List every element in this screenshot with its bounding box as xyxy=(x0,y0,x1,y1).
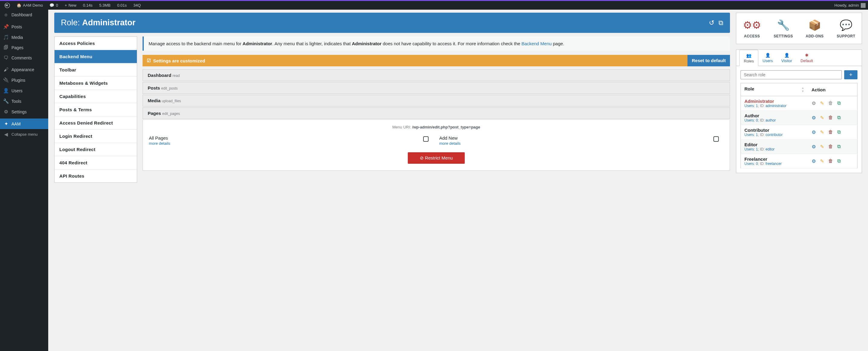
sidebar-media[interactable]: 🎵Media xyxy=(0,32,48,42)
clone-icon[interactable]: ⧉ xyxy=(837,144,841,150)
sliders-icon: ⚙ xyxy=(3,109,9,115)
delete-icon[interactable]: 🗑 xyxy=(828,129,833,135)
info-box: Manage access to the backend main menu f… xyxy=(143,36,730,51)
restrict-menu-button[interactable]: ⊘ Restrict Menu xyxy=(408,152,465,164)
dashboard-icon: ⌾ xyxy=(3,12,9,18)
feature-api-routes[interactable]: API Routes xyxy=(55,170,137,182)
stat-time[interactable]: 0.14s xyxy=(81,1,95,10)
clone-icon[interactable]: ⧉ xyxy=(837,115,841,121)
admin-sidebar: ⌾Dashboard 📌Posts 🎵Media 🗐Pages 🗨Comment… xyxy=(0,10,48,351)
clone-icon[interactable]: ⧉ xyxy=(837,129,841,135)
sidebar-appearance[interactable]: 🖌Appearance xyxy=(0,64,48,75)
sidebar-comments[interactable]: 🗨Comments xyxy=(0,53,48,63)
reset-icon[interactable]: ↺ xyxy=(709,19,714,27)
feature-toolbar[interactable]: Toolbar xyxy=(55,63,137,77)
delete-icon[interactable]: 🗑 xyxy=(828,158,833,164)
manage-icon[interactable]: ⚙ xyxy=(812,100,816,106)
col-action: Action xyxy=(808,83,858,96)
stat-mem[interactable]: 5.3MB xyxy=(97,1,113,10)
feature-backend-menu[interactable]: Backend Menu xyxy=(55,50,137,63)
manage-icon[interactable]: ⚙ xyxy=(812,115,816,121)
role-name[interactable]: Author xyxy=(744,113,804,118)
menu-item-posts[interactable]: Postsedit_posts xyxy=(143,82,730,93)
collapse-menu[interactable]: ◀Collapse menu xyxy=(0,129,48,140)
restrict-checkbox[interactable] xyxy=(423,136,429,142)
menu-item-dashboard[interactable]: Dashboardread xyxy=(143,70,730,81)
wrench-icon: 🔧 xyxy=(3,98,9,104)
feature-logout-redirect[interactable]: Logout Redirect xyxy=(55,143,137,156)
new-content[interactable]: + New xyxy=(63,1,79,10)
account-menu[interactable]: Howdy, admin xyxy=(835,3,866,8)
edit-icon[interactable]: ✎ xyxy=(820,100,824,106)
search-role-input[interactable] xyxy=(741,70,842,79)
plugin-icon: 🔌 xyxy=(3,77,9,83)
page-icon: 🗐 xyxy=(3,45,9,50)
site-name[interactable]: 🏠 AAM Demo xyxy=(14,1,45,10)
tile-access[interactable]: ⚙⚙ACCESS xyxy=(736,13,768,44)
sidebar-tools[interactable]: 🔧Tools xyxy=(0,96,48,107)
manage-icon[interactable]: ⚙ xyxy=(812,144,816,150)
sidebar-aam[interactable]: ✦AAM xyxy=(0,118,48,129)
role-name[interactable]: Editor xyxy=(744,142,804,147)
stat-queries[interactable]: 34Q xyxy=(131,1,143,10)
tab-visitor[interactable]: 👤Visitor xyxy=(777,50,796,66)
sidebar-settings[interactable]: ⚙Settings xyxy=(0,107,48,117)
reset-button[interactable]: Reset to default xyxy=(687,55,730,66)
feature-access-policies[interactable]: Access Policies xyxy=(55,37,137,50)
avatar xyxy=(861,3,866,8)
sidebar-posts[interactable]: 📌Posts xyxy=(0,21,48,32)
tile-add-ons[interactable]: 📦ADD-ONS xyxy=(799,13,830,44)
feature-metaboxes[interactable]: Metaboxes & Widgets xyxy=(55,77,137,90)
clone-icon[interactable]: ⧉ xyxy=(837,158,841,164)
feature-login-redirect[interactable]: Login Redirect xyxy=(55,130,137,143)
edit-icon[interactable]: ✎ xyxy=(820,144,824,150)
edit-icon[interactable]: ✎ xyxy=(820,115,824,121)
feature-404-redirect[interactable]: 404 Redirect xyxy=(55,156,137,170)
subject-header: Role: Administrator ↺ ⧉ xyxy=(54,13,730,33)
header-role: Administrator xyxy=(82,18,135,27)
stat-db[interactable]: 0.01s xyxy=(115,1,129,10)
edit-icon[interactable]: ✎ xyxy=(820,158,824,164)
edit-icon[interactable]: ✎ xyxy=(820,129,824,135)
add-role-button[interactable]: + xyxy=(844,70,858,79)
aam-icon: ✦ xyxy=(3,121,9,127)
comments-count[interactable]: 💬 0 xyxy=(47,1,60,10)
sidebar-pages[interactable]: 🗐Pages xyxy=(0,42,48,53)
manage-icon[interactable]: ⚙ xyxy=(812,129,816,135)
manage-icon[interactable]: ⚙ xyxy=(812,158,816,164)
wp-logo[interactable] xyxy=(2,1,12,10)
sidebar-plugins[interactable]: 🔌Plugins xyxy=(0,75,48,85)
sidebar-users[interactable]: 👤Users xyxy=(0,85,48,96)
feature-posts[interactable]: Posts & Terms xyxy=(55,103,137,116)
access-icon: ⚙⚙ xyxy=(738,19,766,31)
tab-users[interactable]: 👤Users xyxy=(758,50,777,66)
clone-icon[interactable]: ⧉ xyxy=(837,100,841,106)
role-name[interactable]: Contributor xyxy=(744,127,804,133)
delete-icon[interactable]: 🗑 xyxy=(828,144,833,150)
feature-capabilities[interactable]: Capabilities xyxy=(55,90,137,103)
info-link[interactable]: Backend Menu xyxy=(521,41,552,46)
restrict-checkbox[interactable] xyxy=(713,136,719,142)
tab-roles[interactable]: 👥Roles xyxy=(739,50,758,66)
role-row: Freelancer Users: 0; ID: freelancer ⚙ ✎ … xyxy=(741,154,858,169)
settings-icon: 🔧 xyxy=(770,19,797,31)
more-details-link[interactable]: more details xyxy=(439,141,461,146)
tab-default[interactable]: ✱Default xyxy=(796,50,817,66)
role-name[interactable]: Freelancer xyxy=(744,156,804,162)
menu-item-pages[interactable]: Pagesedit_pages xyxy=(143,108,730,119)
tile-support[interactable]: 💬SUPPORT xyxy=(830,13,862,44)
feature-denied-redirect[interactable]: Access Denied Redirect xyxy=(55,116,137,130)
role-meta: Users: 0; ID: freelancer xyxy=(744,162,804,166)
sidebar-dashboard[interactable]: ⌾Dashboard xyxy=(0,10,48,20)
col-role[interactable]: Role▲▼ xyxy=(741,83,808,96)
export-icon[interactable]: ⧉ xyxy=(718,19,723,27)
roles-table: Role▲▼ Action Administrator Users: 1; ID… xyxy=(741,83,858,169)
role-name[interactable]: Administrator xyxy=(744,98,804,104)
pin-icon: 📌 xyxy=(3,24,9,30)
menu-item-media[interactable]: Mediaupload_files xyxy=(143,95,730,106)
tile-settings[interactable]: 🔧SETTINGS xyxy=(768,13,799,44)
more-details-link[interactable]: more details xyxy=(149,141,170,146)
delete-icon[interactable]: 🗑 xyxy=(828,100,833,106)
delete-icon[interactable]: 🗑 xyxy=(828,115,833,121)
main-tiles-panel: ⚙⚙ACCESS🔧SETTINGS📦ADD-ONS💬SUPPORT xyxy=(736,13,862,44)
